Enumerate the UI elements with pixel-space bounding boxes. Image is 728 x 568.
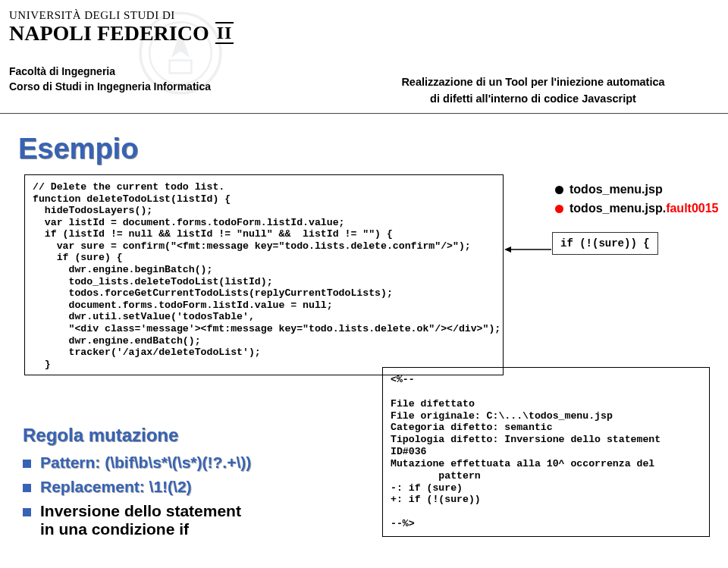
svg-marker-4 (504, 246, 511, 253)
mutation-rule-heading: Regola mutazione (23, 425, 372, 446)
file-fault-row: todos_menu.jsp.fault0015 (555, 199, 719, 218)
header: UNIVERSITÀ DEGLI STUDI DI NAPOLI FEDERIC… (9, 9, 719, 44)
file-original-row: todos_menu.jsp (555, 180, 719, 199)
bullet-icon (555, 186, 563, 194)
bullet-icon (555, 205, 563, 213)
course-line: Corso di Studi in Ingegneria Informatica (9, 80, 211, 95)
replacement-row: Replacement: \1!(\2) (23, 478, 372, 496)
mutation-rule: Regola mutazione Pattern: (\bif\b\s*\(\s… (23, 425, 372, 544)
university-logo-text: UNIVERSITÀ DEGLI STUDI DI NAPOLI FEDERIC… (9, 9, 719, 44)
project-line2: di difetti all'interno di codice Javascr… (347, 93, 719, 105)
project-title: Realizzazione di un Tool per l'iniezione… (347, 76, 719, 105)
faculty-line: Facoltà di Ingegneria (9, 64, 211, 80)
faculty-block: Facoltà di Ingegneria Corso di Studi in … (9, 64, 211, 94)
file-list: todos_menu.jsp todos_menu.jsp.fault0015 (555, 180, 719, 218)
pattern-row: Pattern: (\bif\b\s*\(\s*)(!?.+\)) (23, 453, 372, 472)
header-divider (0, 113, 728, 114)
arrow-icon (504, 246, 551, 253)
inversion-text: Inversione dello statement in una condiz… (40, 502, 241, 538)
square-bullet-icon (23, 484, 31, 492)
square-bullet-icon (23, 460, 31, 468)
inversion-row: Inversione dello statement in una condiz… (23, 502, 372, 538)
project-line1: Realizzazione di un Tool per l'iniezione… (347, 76, 719, 88)
replacement-text: Replacement: \1!(\2) (40, 478, 192, 496)
file-fault: todos_menu.jsp.fault0015 (570, 199, 719, 218)
roman-numeral: II (215, 22, 234, 44)
code-block: // Delete the current todo list. functio… (24, 174, 504, 375)
square-bullet-icon (23, 508, 31, 516)
file-original: todos_menu.jsp (570, 180, 663, 199)
univ-line2: NAPOLI FEDERICO (9, 23, 209, 44)
pattern-text: Pattern: (\bif\b\s*\(\s*)(!?.+\)) (40, 453, 251, 472)
mutation-comment-block: <%-- File difettato File originale: C:\.… (382, 367, 710, 537)
slide-title: Esempio (18, 133, 138, 165)
mutated-condition-callout: if (!(sure)) { (552, 232, 658, 255)
univ-line1: UNIVERSITÀ DEGLI STUDI DI (9, 9, 719, 22)
